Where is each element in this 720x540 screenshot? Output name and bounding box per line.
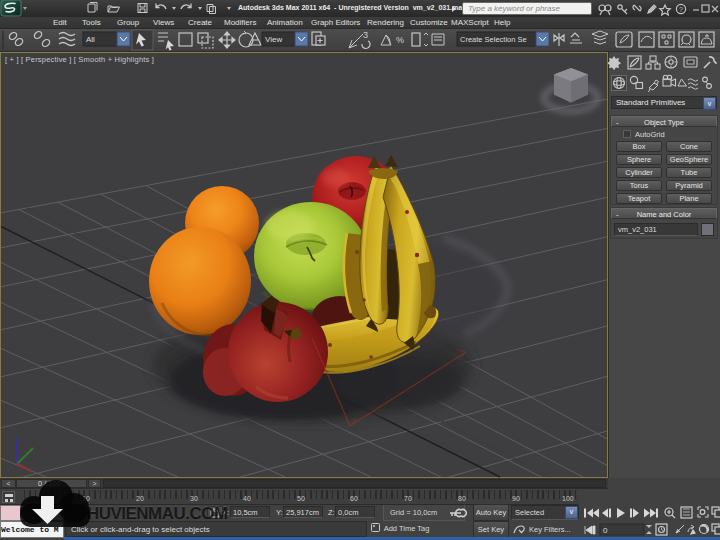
svg-text:%: %: [396, 35, 404, 45]
svg-text:?: ?: [679, 6, 683, 13]
svg-text:All: All: [86, 35, 95, 44]
svg-text:3: 3: [363, 30, 368, 40]
svg-text:0: 0: [603, 526, 608, 535]
svg-text:Create Selection Se: Create Selection Se: [460, 35, 527, 44]
svg-text:View: View: [265, 35, 282, 44]
